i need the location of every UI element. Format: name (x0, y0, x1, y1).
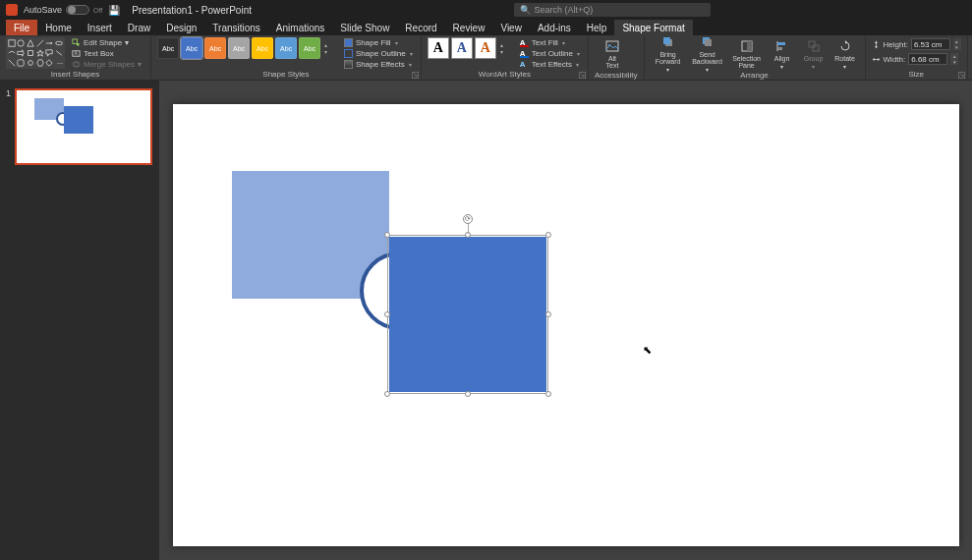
document-title: Presentation1 - PowerPoint (132, 5, 252, 16)
tab-home[interactable]: Home (37, 20, 80, 35)
tab-addins[interactable]: Add-ins (530, 20, 579, 35)
alt-text-button[interactable]: Alt Text (595, 37, 630, 71)
tab-design[interactable]: Design (158, 20, 204, 35)
ribbon-tabs: File Home Insert Draw Design Transitions… (0, 20, 972, 35)
autosave-toggle[interactable]: AutoSave Off (24, 5, 102, 15)
text-fill-button[interactable]: A Text Fill▾ (518, 37, 582, 48)
width-spinner[interactable]: ▴▾ (950, 53, 958, 65)
shape-style-gallery[interactable]: Abc Abc Abc Abc Abc Abc Abc ▴▾ (157, 37, 334, 59)
style-swatch-3[interactable]: Abc (204, 37, 226, 59)
tab-review[interactable]: Review (445, 20, 493, 35)
text-outline-button[interactable]: A Text Outline▾ (518, 48, 582, 59)
svg-point-12 (29, 61, 33, 66)
text-effects-icon: A (520, 60, 529, 69)
edit-shape-button[interactable]: Edit Shape▾ (69, 37, 144, 47)
style-swatch-4[interactable]: Abc (228, 37, 250, 59)
align-button[interactable]: Align ▾ (769, 37, 796, 71)
tab-transitions[interactable]: Transitions (204, 20, 268, 35)
svg-rect-11 (18, 60, 24, 66)
style-swatch-6[interactable]: Abc (275, 37, 297, 59)
tab-shape-format[interactable]: Shape Format (614, 20, 692, 35)
tab-slideshow[interactable]: Slide Show (332, 20, 397, 35)
width-label: Width: (884, 55, 906, 64)
svg-marker-2 (28, 40, 33, 46)
svg-point-1 (18, 40, 24, 46)
svg-rect-29 (777, 42, 785, 45)
style-swatch-2[interactable]: Abc (181, 37, 202, 59)
wordart-swatch-2[interactable]: A (451, 37, 473, 59)
effects-icon (344, 60, 353, 69)
gallery-more-icon[interactable]: ▴▾ (500, 41, 510, 55)
wordart-swatch-1[interactable]: A (428, 37, 449, 59)
merge-shapes-icon (72, 60, 81, 69)
wordart-swatch-3[interactable]: A (475, 37, 496, 59)
shape-effects-button[interactable]: Shape Effects▾ (342, 59, 415, 70)
height-icon (872, 40, 881, 49)
rotate-button[interactable]: Rotate ▾ (831, 37, 859, 71)
tab-animations[interactable]: Animations (268, 20, 332, 35)
text-box-icon: A (72, 49, 81, 58)
shape-rectangle-2[interactable] (389, 237, 546, 392)
gallery-more-icon[interactable]: ▴▾ (324, 41, 334, 55)
dialog-launcher-icon[interactable]: ↘ (579, 72, 586, 79)
group-size: Height: ▴▾ Width: ▴▾ Size↘ (866, 35, 968, 80)
height-input[interactable] (911, 38, 950, 50)
group-wordart-styles: A A A ▴▾ A Text Fill▾ A Text Outline▾ A … (422, 35, 589, 80)
merge-shapes-button: Merge Shapes▾ (69, 59, 144, 69)
save-icon[interactable]: 💾 (108, 4, 120, 16)
svg-rect-27 (747, 41, 752, 51)
tab-record[interactable]: Record (397, 20, 444, 35)
chevron-down-icon: ▾ (410, 50, 413, 57)
shape-fill-button[interactable]: Shape Fill▾ (342, 37, 415, 48)
dialog-launcher-icon[interactable]: ↘ (958, 72, 965, 79)
height-label: Height: (884, 40, 908, 49)
height-spinner[interactable]: ▴▾ (953, 38, 961, 50)
bring-forward-icon (661, 35, 675, 49)
send-backward-button[interactable]: Send Backward ▾ (690, 37, 725, 71)
edit-shape-icon (72, 38, 81, 47)
shape-outline-button[interactable]: Shape Outline▾ (342, 48, 415, 59)
selection-pane-button[interactable]: Selection Pane (729, 37, 765, 71)
text-effects-button[interactable]: A Text Effects▾ (518, 59, 582, 70)
svg-rect-30 (777, 47, 782, 50)
chevron-down-icon: ▾ (780, 64, 783, 70)
wordart-gallery[interactable]: A A A ▴▾ (428, 37, 510, 59)
slide[interactable]: ⟳ ⬉ (173, 104, 959, 546)
chevron-down-icon: ▾ (409, 61, 412, 68)
slide-thumbnail-pane[interactable]: 1 (0, 81, 159, 560)
bring-forward-button[interactable]: Bring Forward ▾ (651, 37, 686, 71)
search-box[interactable]: 🔍 Search (Alt+Q) (514, 3, 711, 17)
svg-rect-25 (705, 39, 712, 46)
text-fill-icon: A (520, 38, 529, 47)
slide-canvas-area[interactable]: ⟳ ⬉ (159, 81, 972, 560)
svg-rect-6 (56, 41, 62, 44)
slide-thumbnail-1[interactable] (15, 88, 152, 165)
chevron-down-icon: ▾ (138, 60, 142, 69)
tab-help[interactable]: Help (579, 20, 615, 35)
group-insert-shapes: ⋯ Edit Shape▾ A Text Box Merge Shapes▾ I… (0, 35, 151, 80)
rotation-handle[interactable]: ⟳ (463, 214, 473, 224)
group-icon (807, 39, 821, 53)
ribbon: ⋯ Edit Shape▾ A Text Box Merge Shapes▾ I… (0, 35, 972, 81)
dialog-launcher-icon[interactable]: ↘ (412, 72, 419, 79)
text-box-button[interactable]: A Text Box (69, 48, 144, 58)
rotate-icon (838, 39, 852, 53)
align-icon (775, 39, 789, 53)
rotation-connector (468, 222, 469, 234)
style-swatch-1[interactable]: Abc (157, 37, 179, 59)
style-swatch-7[interactable]: Abc (299, 37, 320, 59)
svg-rect-23 (663, 37, 670, 44)
toggle-switch-icon[interactable] (66, 5, 89, 15)
tab-draw[interactable]: Draw (120, 20, 158, 35)
group-label: Shape Styles↘ (157, 70, 415, 80)
chevron-down-icon: ▾ (843, 64, 846, 70)
style-swatch-5[interactable]: Abc (252, 37, 273, 59)
svg-marker-36 (874, 46, 878, 48)
selection-pane-icon (740, 39, 754, 53)
width-input[interactable] (908, 53, 947, 65)
tab-insert[interactable]: Insert (80, 20, 120, 35)
shapes-gallery[interactable]: ⋯ (6, 37, 65, 69)
svg-marker-38 (872, 57, 874, 61)
tab-view[interactable]: View (492, 20, 530, 35)
tab-file[interactable]: File (6, 20, 37, 35)
